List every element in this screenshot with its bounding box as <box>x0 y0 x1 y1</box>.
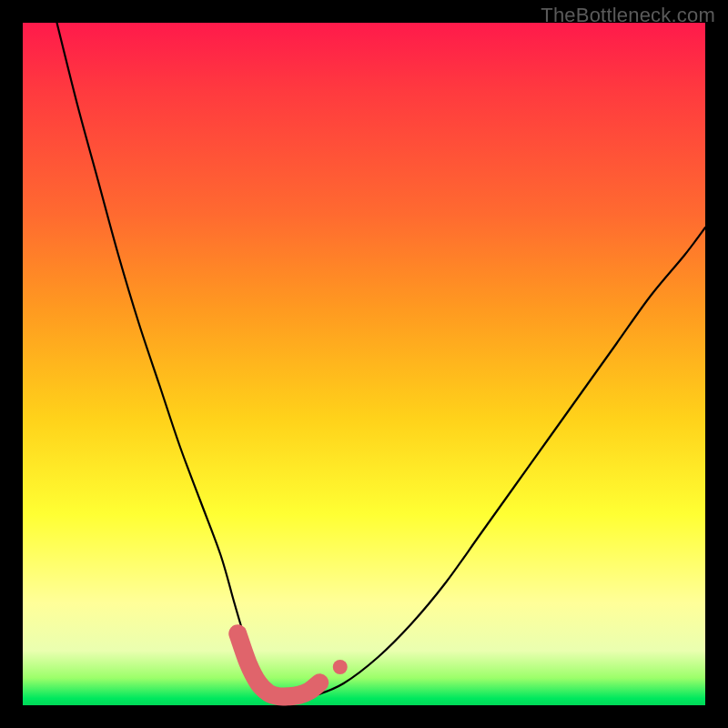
chart-svg <box>23 23 705 705</box>
bottleneck-curve <box>57 23 706 699</box>
svg-point-0 <box>333 660 348 674</box>
chart-frame: TheBottleneck.com <box>0 0 728 728</box>
watermark-text: TheBottleneck.com <box>541 4 715 27</box>
highlight-dot <box>333 660 348 674</box>
highlight-segment <box>238 633 319 696</box>
